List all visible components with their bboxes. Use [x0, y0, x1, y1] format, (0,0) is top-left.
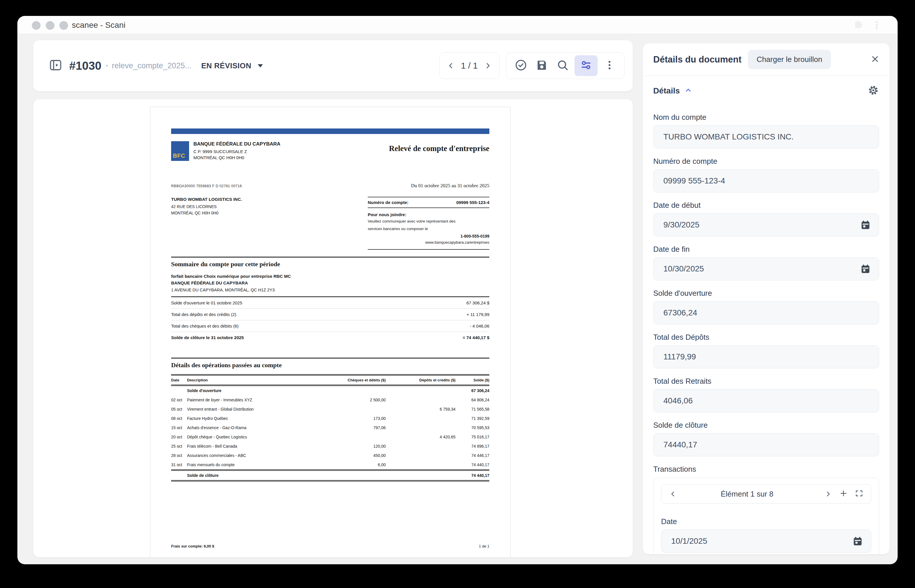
document-page: BFC BANQUE FÉDÉRALE DU CAPYBARA C P. 999…: [150, 107, 510, 557]
summary-row: Total des dépôts et des crédits (2)+ 11 …: [171, 309, 489, 320]
page-pagination: 1 / 1: [439, 52, 499, 79]
summary-row-closing: Solde de clôture le 31 octobre 2025= 74 …: [171, 332, 489, 343]
transactions-pager: Élément 1 sur 8: [661, 485, 871, 504]
field-end-date: Date de fin: [653, 243, 879, 280]
fields-settings-button[interactable]: [868, 84, 879, 97]
panel-title: Détails du document: [653, 54, 742, 65]
app-window: scanee - Scani #1030 releve_compte_2025.…: [17, 16, 898, 564]
details-settings-button[interactable]: [575, 55, 598, 76]
table-row: 20 octDépôt chèque - Quebec Logistics 4 …: [171, 432, 489, 442]
prev-transaction-button[interactable]: [669, 490, 677, 498]
transaction-date-input[interactable]: [661, 530, 871, 553]
next-page-button[interactable]: [484, 61, 492, 70]
document-id: #1030: [69, 59, 101, 72]
calendar-icon[interactable]: [860, 219, 871, 231]
summary-row: Total des chèques et des débits (6)- 4 0…: [171, 320, 489, 332]
document-toolbar: #1030 releve_compte_2025... EN RÉVISION …: [33, 40, 633, 91]
table-row: 15 octAchats d'essence - Gaz-O-Rama 797,…: [171, 423, 489, 432]
prev-page-button[interactable]: [447, 61, 455, 70]
calendar-icon[interactable]: [852, 536, 863, 548]
account-info-box: Numéro de compte: 09999 555-123-4 Pour n…: [368, 197, 489, 250]
client-name: TURBO WOMBAT LOGISTICS INC.: [171, 197, 242, 202]
summary-bank-address: 1 AVENUE DU CAPYBARA, MONTRÉAL, QC H1Z 2…: [171, 288, 489, 292]
opening-balance-input[interactable]: [653, 301, 879, 325]
collapse-section-button[interactable]: [685, 87, 692, 95]
sidebar-collapse-button[interactable]: [49, 58, 63, 73]
field-label: Total des Dépôts: [653, 331, 879, 343]
table-row: 31 octFrais mensuels du compte 6,0074 44…: [171, 460, 489, 469]
status-dropdown[interactable]: EN RÉVISION: [201, 61, 263, 70]
validate-button[interactable]: [512, 57, 530, 75]
field-label: Nom du compte: [653, 111, 879, 123]
search-button[interactable]: [554, 57, 572, 75]
field-label: Numéro de compte: [653, 155, 879, 167]
page-indicator: 1 / 1: [461, 61, 478, 71]
close-window-button[interactable]: [32, 21, 40, 30]
browser-menu-kebab-icon[interactable]: [871, 19, 883, 32]
window-title: scanee - Scani: [72, 21, 125, 30]
statement-period: Du 01 octobre 2025 au 31 octobre 2025: [411, 183, 489, 189]
save-icon: [535, 58, 548, 73]
check-circle-icon: [514, 58, 528, 73]
field-closing-balance: Solde de clôture: [653, 419, 879, 456]
closing-balance-input[interactable]: [653, 433, 879, 456]
minimize-window-button[interactable]: [46, 21, 54, 30]
transactions-label: Transactions: [653, 463, 879, 475]
titlebar: scanee - Scani: [17, 16, 898, 34]
operations-table: Date Description Chèques et débits ($) D…: [171, 374, 489, 481]
field-account-name: Nom du compte: [653, 111, 879, 149]
document-filename: releve_compte_2025...: [112, 61, 191, 70]
zoom-window-button[interactable]: [59, 21, 68, 30]
account-number-label: Numéro de compte:: [368, 200, 408, 205]
calendar-icon[interactable]: [860, 263, 871, 275]
gear-icon: [868, 84, 879, 97]
statement-title: Relevé de compte d'entreprise: [389, 144, 489, 161]
plus-icon: [839, 489, 848, 499]
document-details-panel: Détails du document Charger le brouillon…: [643, 44, 889, 554]
load-draft-button[interactable]: Charger le brouillon: [748, 50, 831, 69]
end-date-input[interactable]: [653, 257, 879, 280]
settings-sliders-icon: [580, 58, 593, 73]
document-viewer: BFC BANQUE FÉDÉRALE DU CAPYBARA C P. 999…: [33, 99, 633, 557]
transactions-card: Élément 1 sur 8 Date: [653, 478, 879, 554]
field-account-number: Numéro de compte: [653, 155, 879, 192]
more-options-button[interactable]: [601, 57, 619, 75]
field-start-date: Date de début: [653, 199, 879, 236]
table-row: 25 octFrais télécom - Bell Canada 120,00…: [171, 442, 489, 451]
summary-row: Solde d'ouverture le 01 octobre 202567 3…: [171, 297, 489, 309]
contact-website: www.banquecapybara.ca/entreprises: [368, 240, 489, 244]
page-number: 1 de 1: [479, 544, 489, 548]
transaction-date-label: Date: [661, 516, 871, 527]
summary-table: Solde d'ouverture le 01 octobre 202567 3…: [171, 296, 489, 343]
bank-name: BANQUE FÉDÉRALE DU CAPYBARA: [193, 141, 280, 147]
account-number-input[interactable]: [653, 169, 879, 192]
statement-header-bar: [171, 128, 489, 134]
close-panel-button[interactable]: [869, 53, 881, 66]
expand-transactions-button[interactable]: [855, 489, 863, 499]
kebab-icon: [603, 59, 615, 72]
chevron-down-icon: [258, 64, 263, 68]
extension-puzzle-icon[interactable]: [851, 19, 863, 33]
field-opening-balance: Solde d'ouverture: [653, 288, 879, 325]
contact-phone: 1-800-555-0199: [368, 234, 489, 238]
statement-ref-code: RBBOA30000 7559883 F D 02781 00716: [171, 184, 242, 188]
start-date-input[interactable]: [653, 213, 879, 236]
details-section-header: Détails: [653, 82, 879, 100]
account-name-input[interactable]: [653, 125, 879, 149]
client-address-line2: MONTRÉAL QC H0H 0H0: [171, 210, 242, 216]
table-row: 02 octPaiement de loyer - Immeubles XYZ …: [171, 395, 489, 405]
field-total-deposits: Total des Dépôts: [653, 331, 879, 368]
add-transaction-button[interactable]: [839, 489, 848, 499]
total-withdrawals-input[interactable]: [653, 389, 879, 412]
total-deposits-input[interactable]: [653, 345, 879, 368]
search-icon: [556, 58, 569, 73]
table-row: 08 octFacture Hydro Québec 173,0071 392,…: [171, 414, 489, 423]
save-button[interactable]: [533, 57, 551, 75]
panel-header: Détails du document Charger le brouillon: [643, 44, 889, 76]
account-fees: Frais sur compte: 6,00 $: [171, 544, 214, 548]
field-label: Date de fin: [653, 243, 879, 255]
viewer-actions: [506, 52, 625, 79]
next-transaction-button[interactable]: [824, 490, 832, 498]
operations-header-row: Date Description Chèques et débits ($) D…: [171, 374, 489, 386]
field-total-withdrawals: Total des Retraits: [653, 375, 879, 412]
